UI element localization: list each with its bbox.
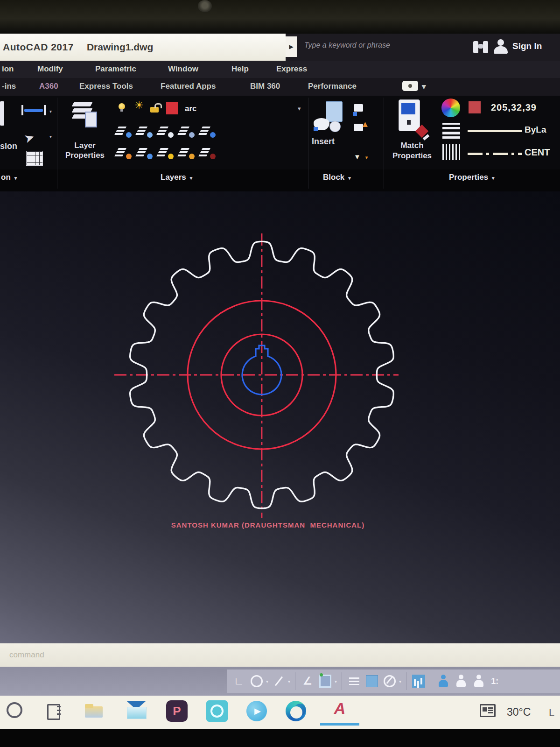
block-expand-icon[interactable]: ▼▾ [354,153,368,161]
layer-freeze-icon[interactable] [160,126,174,138]
media-player-icon[interactable]: ▶ [246,701,267,721]
news-weather-icon[interactable] [480,703,499,719]
drawing-canvas[interactable]: SANTOSH KUMAR (DRAUGHTSMAN MECHANICAL) [0,191,560,643]
menu-item-dimension-cut[interactable]: ion [2,64,14,74]
snap-icon[interactable] [249,673,264,689]
edit-block-icon[interactable] [353,122,369,136]
record-caret-icon[interactable]: ▾ [422,82,426,92]
leader-icon[interactable]: ➤ [22,127,45,148]
layer-match-icon[interactable] [139,147,153,159]
layer-properties-button[interactable]: Layer Properties [60,99,110,169]
p-app-icon[interactable]: P [166,700,188,722]
layers-panel-label[interactable]: Layers▾ [161,173,192,182]
status-bar: ∟ ▾ ▾ ∠ ▾ ▾ 1: [0,667,560,696]
weather-temp[interactable]: 30°C [507,706,531,719]
titlebar: AutoCAD 2017 Drawing1.dwg ▶ Type a keywo… [0,34,560,61]
menu-item-window[interactable]: Window [168,64,198,74]
linetype-center-label[interactable]: CENT [525,147,550,158]
annotation-panel-label[interactable]: on▾ [1,173,17,182]
layer-off-icon[interactable] [118,147,132,159]
record-icon[interactable] [402,81,418,91]
annotation-scale-icon-2[interactable] [471,673,486,689]
workspace-caret-icon[interactable]: ▾ [399,679,401,684]
polar-icon[interactable] [271,673,286,689]
autocad-taskbar-icon[interactable]: A [327,699,353,722]
tab-addins-cut[interactable]: -ins [2,82,16,91]
linetype-bylayer-sample[interactable] [468,130,522,132]
layer-color-swatch[interactable] [166,102,178,114]
webcam [198,0,212,12]
dimension-caret-icon[interactable]: ▾ [49,109,52,114]
ortho-icon[interactable]: ∟ [231,673,246,689]
annotation-scale-value[interactable]: 1: [491,677,498,686]
linetype-center-sample[interactable] [468,153,522,155]
angle-icon[interactable]: ∠ [300,673,315,689]
insert-label: Insert [312,137,335,147]
create-block-icon[interactable] [353,102,369,116]
tab-featured-apps[interactable]: Featured Apps [161,82,216,91]
current-layer-name[interactable]: arc [185,104,197,113]
menu-item-parametric[interactable]: Parametric [95,64,136,74]
polar-caret-icon[interactable]: ▾ [288,679,290,684]
tab-performance[interactable]: Performance [308,82,357,91]
panel-divider [57,98,57,189]
search-binoculars-icon[interactable] [472,40,489,54]
object-color-value[interactable]: 205,32,39 [491,102,537,113]
match-properties-button[interactable] [397,99,427,139]
layer-change-icon[interactable] [202,126,216,138]
file-explorer-icon[interactable] [85,704,104,719]
command-line[interactable]: command [0,643,560,667]
tab-a360[interactable]: A360 [39,82,58,91]
lineweight-icon[interactable] [347,673,362,689]
isodraft-icon[interactable] [411,673,426,689]
properties-panel-label[interactable]: Properties▾ [449,173,495,182]
caret-right-icon: ▶ [289,43,293,50]
menu-item-help[interactable]: Help [231,64,249,74]
search-go-button[interactable]: ▶ [286,36,297,57]
app-title: AutoCAD 2017 [3,42,74,53]
layer-dropdown-caret-icon[interactable]: ▾ [298,105,301,112]
layer-isolate-icon[interactable] [118,126,132,138]
weather-text-cut: L [549,707,554,719]
layer-lock-icon[interactable] [181,126,195,138]
layer-unlock-icon[interactable] [150,107,159,113]
menu-item-modify[interactable]: Modify [37,64,63,74]
transparency-icon[interactable] [364,673,379,689]
snap-caret-icon[interactable]: ▾ [266,679,268,684]
layer-thaw-sun-icon[interactable]: ☀ [134,100,144,111]
text-tool-icon[interactable] [0,101,4,126]
hatch-icon[interactable] [442,144,460,160]
drawing-signature-text: SANTOSH KUMAR (DRAUGHTSMAN MECHANICAL) [0,521,536,529]
titlebar-left: AutoCAD 2017 Drawing1.dwg [0,34,286,61]
layer-on-bulb-icon[interactable] [119,103,125,110]
layer-stack-icon [73,101,97,126]
osnap-icon[interactable] [318,673,333,689]
layer-unlock-all-icon[interactable] [181,147,195,159]
mail-icon[interactable] [126,701,147,719]
cortana-icon[interactable] [7,702,22,718]
insert-block-button[interactable] [314,101,343,132]
annotation-scale-icon[interactable] [454,673,469,689]
osnap-caret-icon[interactable]: ▾ [335,679,337,684]
task-view-icon[interactable] [45,702,61,720]
layer-delete-icon[interactable] [202,147,216,159]
annotation-person-icon[interactable] [436,673,451,689]
dimension-icon[interactable] [21,105,46,115]
teal-app-icon[interactable] [206,700,228,722]
layer-unisolate-icon[interactable] [139,126,153,138]
help-search-input[interactable]: Type a keyword or phrase [304,41,444,49]
linetype-bylayer-label[interactable]: ByLa [525,125,546,135]
block-panel-label[interactable]: Block▾ [323,173,351,182]
workspace-icon[interactable] [382,673,397,689]
tab-express-tools[interactable]: Express Tools [79,82,133,91]
sign-in-button[interactable]: Sign In [512,41,542,51]
color-wheel-icon[interactable] [441,99,460,117]
leader-caret-icon[interactable]: ▾ [49,134,52,139]
tab-bim360[interactable]: BIM 360 [250,82,280,91]
layer-thaw-all-icon[interactable] [160,147,174,159]
menu-item-express[interactable]: Express [276,64,307,74]
object-color-swatch[interactable] [469,101,481,113]
lineweight-icon[interactable] [442,123,460,139]
edge-browser-icon[interactable] [286,701,306,721]
table-icon[interactable] [26,151,43,166]
